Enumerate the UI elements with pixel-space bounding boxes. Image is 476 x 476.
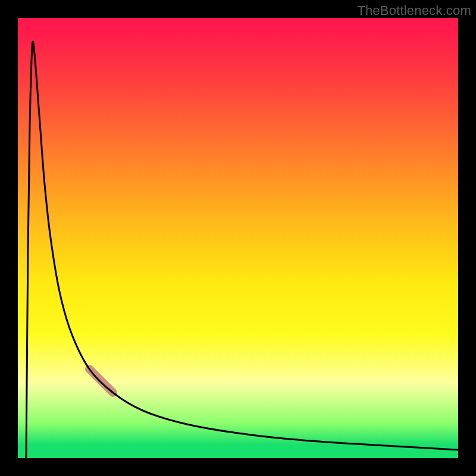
frame-right [458,0,476,476]
watermark-text: TheBottleneck.com [357,3,471,18]
bottleneck-curve [26,42,458,458]
chart-stage: TheBottleneck.com [0,0,476,476]
frame-bottom [0,458,476,476]
frame-left [0,0,18,476]
curve-layer [18,18,458,458]
